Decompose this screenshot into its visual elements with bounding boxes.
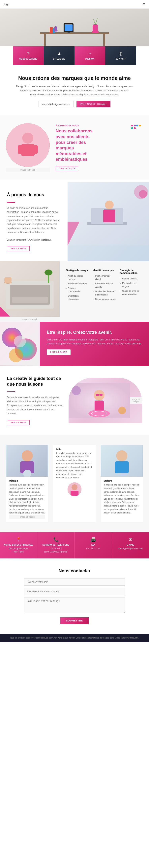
svg-point-53 [22, 450, 33, 461]
name-input[interactable] [24, 579, 125, 586]
creativity-title: La créativité guide tout ce que nous fai… [7, 376, 63, 387]
contact-info-email: ✉ E-MAIL auteur@designstudio.com [112, 532, 149, 558]
list-item: Identité verbale [120, 276, 143, 281]
fax-value: 000-232-3232 [78, 547, 109, 550]
svg-point-40 [9, 348, 23, 362]
headline-title: Nous créons des marques que le monde aim… [16, 75, 133, 82]
list-item: Exploration du slogan [120, 281, 143, 289]
team-member-name-0: mission [9, 479, 45, 483]
strategy-right: Stratégie de marque Audit du capital mar… [59, 261, 149, 322]
strategy-img-label: Images de freepik [0, 317, 59, 322]
team-card-1: faits In mollis nunc sed id semper risus… [53, 445, 96, 522]
about-collab-image [6, 123, 50, 167]
contact-info-bar: 📍 NOTRE BUREAU PRINCIPAL 123 rue quelcon… [0, 532, 149, 558]
list-item: Guide de style de communication [120, 289, 143, 297]
deco-hexagons [131, 124, 143, 129]
form-field-email [24, 588, 125, 595]
about-collab-svg [6, 123, 50, 167]
consultations-icon: ? [27, 51, 29, 56]
svg-rect-14 [54, 26, 57, 31]
team-grid: mission In mollis nunc sed id semper ris… [6, 445, 143, 522]
svg-point-57 [72, 484, 77, 490]
list-item: Orientation stratégique [66, 294, 89, 302]
inspire-section: Être inspiré. Créez votre avenir. Duis a… [0, 322, 149, 366]
consultations-label: CONSULTATIONS [19, 58, 37, 60]
team-card-img-0 [6, 445, 48, 476]
strategy-svg [0, 261, 59, 316]
svg-point-51 [118, 407, 126, 414]
address-icon: 📍 [3, 537, 34, 542]
list-item: Demande de marque [93, 297, 116, 302]
team-img-label-0: Image de freepik [9, 515, 45, 519]
svg-rect-17 [21, 144, 35, 156]
team-mid-img-container [56, 483, 93, 496]
creativity-section: La créativité guide tout ce que nous fai… [0, 366, 149, 435]
svg-rect-10 [68, 32, 70, 33]
fax-title: FAX [78, 544, 109, 546]
strategy-cols: Stratégie de marque Audit du capital mar… [66, 269, 143, 302]
team-card-body-0: mission In mollis nunc sed id semper ris… [6, 476, 48, 522]
email-input[interactable] [24, 588, 125, 595]
footer-text: Tous les droits de cette icône sont rése… [4, 636, 145, 640]
strategy-col-1: Identité de marque Positionnement visuel… [93, 269, 116, 302]
list-item: Positionnement visuel [93, 274, 116, 281]
creativity-left: La créativité guide tout ce que nous fai… [7, 376, 63, 425]
strategie-label: STRATÉGIE [53, 58, 65, 60]
about-us-btn[interactable]: LIRE LA SUITE [7, 246, 30, 251]
strategy-section: Images de freepik Stratégie de marque Au… [0, 261, 149, 322]
mission-label: MISSION [85, 58, 95, 60]
about-collab-btn[interactable]: LIRE LA SUITE [56, 166, 78, 171]
strategy-col-0: Stratégie de marque Audit du capital mar… [66, 269, 89, 302]
about-collab-title: Nous collaborons avec nos clients pour c… [56, 128, 143, 162]
contact-form-title: Nous contacter [24, 568, 125, 574]
svg-point-60 [116, 450, 127, 461]
list-item: Guides d'écritures et d'illustrations [93, 289, 116, 297]
contact-info-address: 📍 NOTRE BUREAU PRINCIPAL 123 rue quelcon… [0, 532, 38, 558]
message-textarea[interactable] [24, 597, 125, 613]
creativity-btn[interactable]: LIRE LA SUITE [7, 420, 30, 425]
service-card-mission[interactable]: ⌂ MISSION [74, 46, 105, 65]
contact-info-phone: 📞 NUMÉRO DE TÉLÉPHONE (33) 000-000 (800)… [38, 532, 75, 558]
team-section: mission In mollis nunc sed id semper ris… [0, 435, 149, 532]
team-member-name-2: valeurs [104, 479, 140, 483]
svg-rect-31 [12, 297, 48, 303]
service-card-support[interactable]: ◎ SUPPORT [105, 46, 136, 65]
svg-point-43 [94, 390, 104, 401]
about-us-left: À propos de nous Ut enim ad minim veniam… [0, 182, 68, 261]
team-card-body-2: valeurs In mollis nunc sed id semper ris… [101, 476, 143, 518]
headline-description: DesignStudio est une marque internationa… [16, 85, 133, 97]
svg-rect-45 [100, 394, 102, 396]
svg-rect-24 [103, 210, 115, 222]
submit-button[interactable]: SOUMETTRE [60, 617, 89, 624]
inspire-btn[interactable]: LIRE LA SUITE [47, 349, 71, 355]
voir-travail-button[interactable]: VOIR NOTRE TRAVAIL [76, 101, 110, 107]
svg-rect-11 [50, 27, 53, 33]
navbar: logo ≡ [0, 0, 149, 8]
hamburger-icon[interactable]: ≡ [143, 2, 145, 6]
about-us-section: À propos de nous Ut enim ad minim veniam… [0, 182, 149, 261]
list-item: Système d'identité visuelle [93, 281, 116, 289]
list-item: Analyse d'audience [66, 281, 89, 286]
service-card-strategie[interactable]: ♟ STRATÉGIE [44, 46, 74, 65]
team-member-desc-0: In mollis nunc sed id semper risus in he… [9, 483, 45, 515]
address-value: 123 rue quelconque, Ville, Pays [3, 547, 34, 554]
email-button[interactable]: auteur@designstudio.com [39, 101, 74, 107]
support-label: SUPPORT [116, 58, 126, 60]
creativity-svg [69, 378, 130, 423]
about-collab-section: Image de freepik À PROPOS DE NOUS Nous c… [0, 115, 149, 180]
svg-point-27 [139, 190, 147, 198]
svg-rect-9 [65, 24, 73, 31]
svg-point-23 [105, 200, 114, 209]
team-member-name-1: faits [56, 448, 93, 451]
email-value: auteur@designstudio.com [115, 547, 146, 550]
svg-point-41 [14, 336, 26, 347]
team-card-body-1: faits In mollis nunc sed id semper risus… [53, 445, 96, 501]
nav-logo: logo [4, 3, 9, 6]
strategy-col-2-list: Identité verbale Exploration du slogan G… [120, 276, 143, 297]
strategy-image: Images de freepik [0, 261, 59, 322]
service-card-consultations[interactable]: ? CONSULTATIONS [13, 46, 44, 65]
svg-rect-2 [44, 34, 46, 46]
svg-rect-19 [34, 145, 38, 154]
about-us-p2: Examen concurrentiel. Orientation straté… [7, 238, 60, 242]
contact-form-section: Nous contacter SOUMETTRE [0, 558, 149, 634]
